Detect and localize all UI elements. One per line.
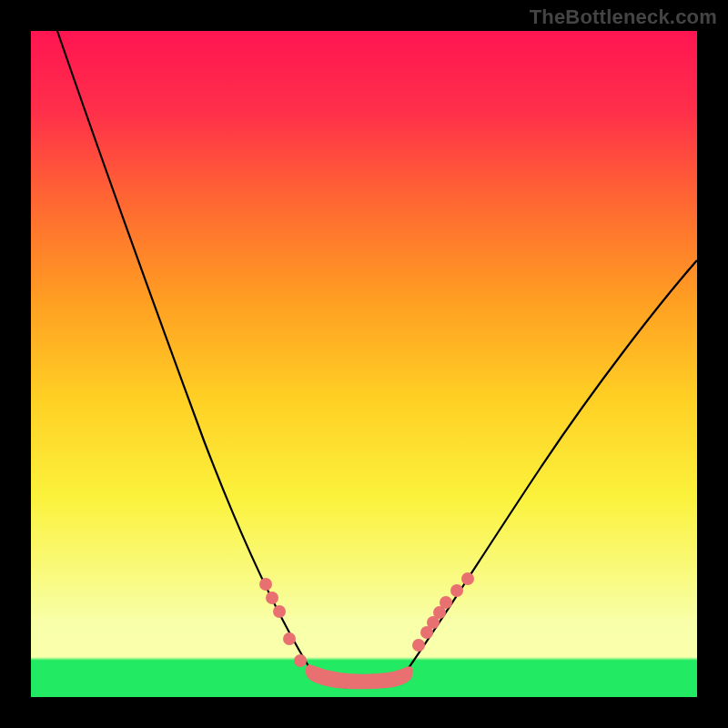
- optimal-zone-marker: [306, 664, 414, 689]
- marker-left-2: [266, 592, 278, 604]
- marker-right-1: [412, 639, 425, 652]
- marker-left-3: [273, 605, 286, 618]
- chart-frame: TheBottleneck.com: [0, 0, 728, 728]
- marker-left-4: [283, 632, 296, 645]
- bottleneck-curve: [57, 31, 697, 688]
- watermark-text: TheBottleneck.com: [530, 5, 717, 29]
- marker-right-7: [461, 572, 474, 585]
- marker-left-1: [259, 578, 272, 591]
- chart-overlay-svg: [31, 31, 697, 697]
- marker-left-5: [294, 654, 307, 667]
- marker-right-5: [440, 596, 452, 609]
- marker-right-6: [450, 584, 463, 597]
